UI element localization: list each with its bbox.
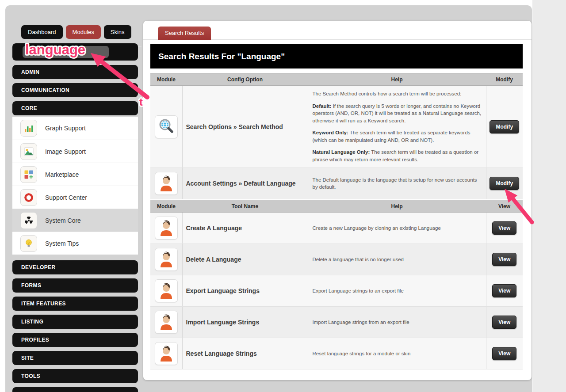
- sidebar-section-item-features[interactable]: ITEM FEATURES: [12, 297, 138, 311]
- view-button[interactable]: View: [492, 221, 516, 235]
- col-header-view: View: [486, 200, 523, 213]
- help-text: Delete a language that is no longer used: [313, 256, 482, 263]
- sidebar-section-core[interactable]: CORE: [12, 101, 138, 115]
- tool-help: Delete a language that is no longer used: [308, 244, 486, 275]
- search-input[interactable]: [23, 46, 109, 58]
- sidebar-section-profiles[interactable]: PROFILES: [12, 333, 138, 347]
- tool-name: Export Language Strings: [182, 275, 308, 307]
- config-option-name: Account Settings » Default Language: [182, 168, 308, 199]
- sidebar-section-developer[interactable]: DEVELOPER: [12, 260, 138, 274]
- sidebar-section-listing[interactable]: LISTING: [12, 315, 138, 329]
- table-row: Account Settings » Default Language The …: [150, 168, 523, 199]
- sidebar-search-bar: [12, 43, 138, 61]
- lightbulb-icon: [20, 235, 37, 252]
- person-icon: [155, 172, 178, 195]
- core-module-list: Graph Support Image Support Marketplace …: [12, 117, 138, 255]
- table-header-row: Module Config Option Help Modify: [150, 73, 523, 86]
- sidebar-item-label: Marketplace: [45, 171, 79, 178]
- sidebar-section-tools[interactable]: TOOLS: [12, 369, 138, 383]
- help-paragraph: Keyword Only: The search term will be tr…: [313, 129, 482, 144]
- sidebar-section-users[interactable]: USERS: [12, 387, 138, 392]
- sidebar-item-label: System Tips: [45, 240, 79, 247]
- sidebar-item-support-center[interactable]: Support Center: [12, 186, 138, 209]
- person-icon: [155, 248, 178, 271]
- help-intro: The Search Method controls how a search …: [313, 90, 482, 98]
- tool-help: Export Language strings to an export fil…: [308, 275, 486, 307]
- col-header-tool-name: Tool Name: [182, 200, 308, 213]
- sidebar-item-marketplace[interactable]: Marketplace: [12, 163, 138, 186]
- bar-chart-icon: [20, 120, 37, 137]
- tab-dashboard[interactable]: Dashboard: [21, 25, 63, 39]
- help-paragraph: Natural Language Only: The search term w…: [313, 148, 482, 163]
- col-header-module: Module: [150, 73, 182, 86]
- view-button[interactable]: View: [492, 253, 516, 266]
- page-background-strip: [532, 0, 566, 392]
- help-text: Create a new Language by cloning an exis…: [313, 225, 482, 232]
- search-globe-icon: [155, 115, 178, 138]
- radiation-icon: [20, 212, 37, 229]
- tool-name: Create A Language: [182, 213, 308, 244]
- main-content-card: Search Results Search Results For "Langu…: [143, 21, 532, 380]
- sidebar-item-system-tips[interactable]: System Tips: [12, 232, 138, 255]
- sidebar-section-forms[interactable]: FORMS: [12, 278, 138, 293]
- col-header-help: Help: [308, 200, 486, 213]
- sidebar-item-label: Graph Support: [45, 125, 86, 132]
- sidebar-item-graph-support[interactable]: Graph Support: [12, 117, 138, 140]
- tools-results-table: Module Tool Name Help View Create A Lang…: [150, 200, 523, 369]
- col-header-module: Module: [150, 200, 182, 213]
- table-header-row: Module Tool Name Help View: [150, 200, 523, 213]
- help-text: If the search query is 5 words or longer…: [313, 103, 482, 123]
- tool-name: Delete A Language: [182, 244, 308, 275]
- help-text: The Default language is the language tha…: [313, 176, 482, 191]
- help-text: Export Language strings to an export fil…: [313, 287, 482, 295]
- table-row: Reset Language Strings Reset language st…: [150, 338, 523, 369]
- marketplace-grid-icon: [20, 166, 37, 183]
- config-option-help: The Default language is the language tha…: [308, 168, 486, 199]
- tool-name: Reset Language Strings: [182, 338, 308, 369]
- person-icon: [155, 279, 178, 302]
- help-text: Reset language strings for a module or s…: [313, 350, 482, 358]
- admin-panel-background: Dashboard Modules Skins ADMIN COMMUNICAT…: [5, 5, 532, 392]
- sidebar-tabs: Dashboard Modules Skins: [21, 25, 131, 39]
- image-icon: [20, 143, 37, 160]
- tool-help: Import Language strings from an export f…: [308, 307, 486, 338]
- person-icon: [155, 311, 178, 334]
- view-button[interactable]: View: [492, 316, 516, 329]
- help-label: Keyword Only:: [313, 130, 348, 135]
- person-icon: [155, 342, 178, 365]
- lifebuoy-icon: [20, 189, 37, 206]
- sidebar-section-admin[interactable]: ADMIN: [12, 65, 138, 79]
- help-label: Natural Language Only:: [313, 149, 370, 155]
- help-text: Import Language strings from an export f…: [313, 319, 482, 326]
- person-icon: [155, 217, 178, 240]
- tab-skins[interactable]: Skins: [104, 25, 131, 39]
- card-tabstrip: Search Results: [143, 21, 532, 40]
- modify-button[interactable]: Modify: [490, 177, 519, 190]
- sidebar-section-communication[interactable]: COMMUNICATION: [12, 83, 138, 97]
- modify-button[interactable]: Modify: [490, 120, 519, 133]
- table-row: Delete A Language Delete a language that…: [150, 244, 523, 275]
- sidebar-section-site[interactable]: SITE: [12, 351, 138, 365]
- sidebar-item-system-core[interactable]: System Core: [12, 209, 138, 232]
- tab-search-results[interactable]: Search Results: [158, 27, 211, 40]
- help-paragraph: Default: If the search query is 5 words …: [313, 103, 482, 125]
- table-row: Import Language Strings Import Language …: [150, 307, 523, 338]
- col-header-modify: Modify: [486, 73, 523, 86]
- tab-modules[interactable]: Modules: [66, 25, 101, 39]
- tool-help: Create a new Language by cloning an exis…: [308, 213, 486, 244]
- view-button[interactable]: View: [492, 284, 516, 297]
- col-header-config-option: Config Option: [182, 73, 308, 86]
- tool-name: Import Language Strings: [182, 307, 308, 338]
- config-option-help: The Search Method controls how a search …: [308, 86, 486, 168]
- table-row: Export Language Strings Export Language …: [150, 275, 523, 307]
- help-label: Default:: [313, 103, 332, 109]
- table-row: Create A Language Create a new Language …: [150, 213, 523, 244]
- sidebar-item-label: Support Center: [45, 194, 87, 201]
- sidebar-item-image-support[interactable]: Image Support: [12, 140, 138, 163]
- page-title: Search Results For "Language": [150, 44, 523, 69]
- sidebar-item-label: Image Support: [45, 148, 86, 155]
- view-button[interactable]: View: [492, 347, 516, 360]
- sidebar-item-label: System Core: [45, 217, 81, 224]
- table-row: Search Options » Search Method The Searc…: [150, 86, 523, 168]
- tool-help: Reset language strings for a module or s…: [308, 338, 486, 369]
